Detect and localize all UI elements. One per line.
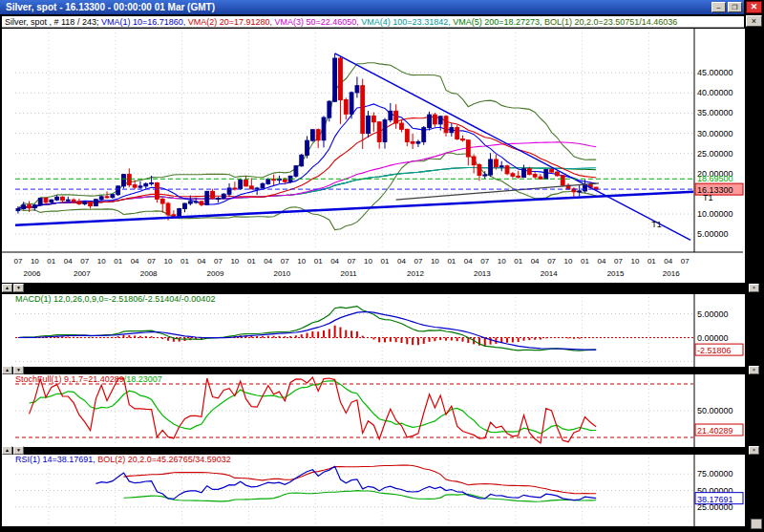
macd-panel: MACD(1) 12,0,26,0,9,0=-2.51806/-2.51404/…: [2, 294, 745, 367]
svg-text:01: 01: [514, 257, 522, 266]
close-icon[interactable]: ✕: [746, 1, 762, 13]
legend-segment: VMA(5) 200=18.27273,: [453, 17, 544, 27]
svg-text:30.00000: 30.00000: [697, 129, 733, 138]
stoch-close-icon[interactable]: ×: [749, 366, 759, 374]
minimize-button[interactable]: –: [711, 2, 726, 12]
candlesticks: [16, 53, 598, 221]
legend-segment: StochFull(1) 9,1,7=21.40289: [15, 374, 124, 384]
legend-segment: BOL(2) 20,2.0=45.26765/34.59032: [97, 455, 230, 464]
svg-text:2011: 2011: [341, 269, 358, 278]
price-chart-canvas[interactable]: 45.0000040.0000035.0000030.0000025.00000…: [2, 29, 745, 283]
svg-text:07: 07: [147, 257, 156, 266]
macd-canvas[interactable]: 5.000000.00000-2.51806: [2, 294, 745, 367]
svg-text:07: 07: [80, 257, 89, 266]
svg-text:2007: 2007: [74, 269, 91, 278]
svg-text:10: 10: [364, 257, 372, 266]
legend-segment: Silver, spot , # 118 / 243;: [5, 17, 101, 27]
svg-text:10: 10: [31, 257, 39, 266]
svg-text:01: 01: [114, 257, 122, 266]
svg-text:T1: T1: [651, 220, 662, 229]
svg-text:07: 07: [214, 257, 223, 266]
rsi-canvas[interactable]: 75.0000050.0000025.0000038.17691: [2, 455, 745, 526]
legend-segment: VMA(3) 50=22.46050,: [275, 17, 362, 27]
svg-text:45.00000: 45.00000: [697, 68, 733, 77]
svg-text:01: 01: [581, 257, 589, 266]
panel-up-icon[interactable]: ▲: [2, 284, 12, 292]
svg-text:07: 07: [480, 257, 489, 266]
stochastic-canvas[interactable]: 50.0000021.40289: [2, 374, 745, 447]
panel-down-icon[interactable]: ▼: [13, 366, 24, 374]
rsi-close-icon[interactable]: ×: [749, 446, 759, 455]
svg-text:04: 04: [330, 257, 339, 266]
svg-text:07: 07: [614, 257, 623, 266]
svg-text:01: 01: [47, 257, 55, 266]
time-axis: 0710010407100104071001040710010407100104…: [13, 257, 690, 278]
svg-text:2010: 2010: [273, 269, 290, 278]
svg-text:2008: 2008: [140, 269, 158, 278]
svg-text:01: 01: [381, 257, 390, 266]
svg-text:50.00000: 50.00000: [697, 406, 733, 415]
panel-down-icon[interactable]: ▼: [13, 284, 24, 292]
resize-grip[interactable]: [751, 519, 762, 529]
svg-text:04: 04: [64, 257, 73, 266]
svg-text:2012: 2012: [407, 269, 424, 278]
svg-text:18.69500: 18.69500: [697, 174, 733, 183]
svg-text:04: 04: [598, 257, 606, 266]
macd-close-icon[interactable]: ×: [749, 284, 759, 292]
svg-text:04: 04: [131, 257, 139, 266]
svg-text:04: 04: [198, 257, 206, 266]
svg-text:07: 07: [547, 257, 556, 266]
legend-segment: /18.23007: [124, 374, 162, 384]
window-title: Silver, spot - 16.13300 - 00:00:00 01 Ma…: [6, 2, 215, 12]
svg-text:2006: 2006: [24, 269, 41, 278]
svg-text:2014: 2014: [541, 269, 558, 278]
svg-text:07: 07: [13, 257, 22, 266]
svg-text:01: 01: [247, 257, 256, 266]
rsi-legend: RSI(1) 14=38.17691, BOL(2) 20,2.0=45.267…: [15, 455, 231, 465]
svg-text:2015: 2015: [607, 269, 625, 278]
legend-segment: VMA(2) 20=17.91280,: [188, 17, 275, 27]
svg-text:01: 01: [447, 257, 456, 266]
legend-segment: MACD(1) 12,0,26,0,9,0=-2.51806/-2.51404/…: [15, 294, 215, 304]
svg-text:10.00000: 10.00000: [697, 209, 733, 219]
rsi-panel: RSI(1) 14=38.17691, BOL(2) 20,2.0=45.267…: [2, 455, 745, 526]
svg-text:04: 04: [264, 257, 272, 266]
legend-segment: BOL(1) 20,2.0=23.50751/14.46036: [544, 17, 677, 27]
svg-text:10: 10: [564, 257, 573, 266]
svg-text:25.00000: 25.00000: [697, 149, 733, 159]
panel-up-icon[interactable]: ▲: [2, 366, 12, 374]
gridlines: [15, 32, 693, 250]
svg-text:38.17691: 38.17691: [697, 495, 733, 504]
stochastic-panel: StochFull(1) 9,1,7=21.40289/18.23007 50.…: [2, 374, 745, 447]
app-window: Silver, spot - 16.13300 - 00:00:00 01 Ma…: [0, 0, 764, 532]
svg-text:2013: 2013: [474, 269, 491, 278]
title-bar[interactable]: Silver, spot - 16.13300 - 00:00:00 01 Ma…: [0, 0, 744, 14]
child-close-icon[interactable]: ×: [746, 15, 762, 27]
svg-text:01: 01: [314, 257, 323, 266]
svg-text:2009: 2009: [207, 269, 224, 278]
svg-text:10: 10: [97, 257, 106, 266]
legend-segment: VMA(1) 10=16.71860,: [101, 17, 188, 27]
svg-text:07: 07: [281, 257, 289, 266]
svg-text:-2.51806: -2.51806: [697, 346, 732, 355]
svg-text:07: 07: [348, 257, 356, 266]
svg-text:10: 10: [431, 257, 439, 266]
svg-text:07: 07: [681, 257, 690, 266]
svg-text:01: 01: [180, 257, 189, 266]
svg-text:75.00000: 75.00000: [697, 469, 733, 479]
svg-text:07: 07: [414, 257, 422, 266]
svg-text:T1: T1: [703, 193, 713, 202]
svg-text:5.00000: 5.00000: [697, 229, 729, 239]
svg-text:10: 10: [164, 257, 173, 266]
panel-down-icon[interactable]: ▼: [13, 446, 24, 455]
price-chart-panel: 45.0000040.0000035.0000030.0000025.00000…: [2, 29, 745, 283]
svg-text:04: 04: [664, 257, 672, 266]
svg-text:35.00000: 35.00000: [697, 108, 733, 117]
svg-text:0.00000: 0.00000: [697, 333, 729, 343]
macd-legend: MACD(1) 12,0,26,0,9,0=-2.51806/-2.51404/…: [15, 294, 215, 305]
svg-text:10: 10: [630, 257, 639, 266]
legend-segment: RSI(1) 14=38.17691,: [15, 455, 97, 464]
panel-up-icon[interactable]: ▲: [2, 446, 12, 455]
restore-button[interactable]: ❐: [728, 2, 742, 12]
svg-text:21.40289: 21.40289: [697, 426, 733, 436]
